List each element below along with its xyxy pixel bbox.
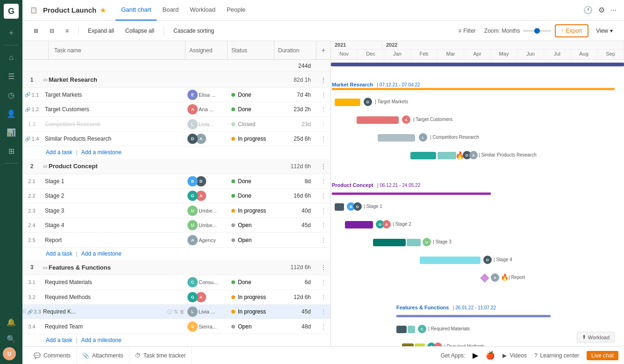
bar-2-3b[interactable] — [407, 239, 421, 246]
collapse-all-btn[interactable]: Collapse all — [122, 26, 158, 36]
month-apr: Apr — [464, 50, 491, 59]
add-milestone-link-2[interactable]: Add a milestone — [81, 250, 122, 257]
task-more-1-4[interactable]: ⋮ — [316, 135, 330, 143]
table-view-btn[interactable]: ⊞ — [30, 26, 42, 36]
status-dot-3-1 — [231, 280, 235, 284]
history-icon[interactable]: 🕐 — [583, 6, 593, 14]
bar-2-2[interactable] — [345, 221, 373, 228]
expand-all-btn[interactable]: Expand all — [84, 26, 118, 36]
bar-3-1b[interactable] — [408, 326, 415, 333]
task-num-2-5: 2.5 — [22, 237, 41, 243]
project-title: Product Launch ★ — [43, 6, 106, 14]
sidebar-grid-icon[interactable]: ⊞ — [3, 143, 20, 159]
sidebar-list-icon[interactable]: ☰ — [3, 68, 20, 85]
bar-2-1a[interactable] — [335, 203, 344, 211]
sidebar-person-icon[interactable]: 👤 — [3, 105, 20, 122]
task-more-2-1[interactable]: ⋮ — [316, 178, 330, 185]
features-label-area: Features & Functions | 26.01.22 - 11.07.… — [396, 303, 496, 311]
zoom-slider[interactable] — [523, 30, 551, 32]
add-task-link-2[interactable]: Add a task — [46, 250, 72, 257]
bar-3-2b[interactable] — [415, 343, 425, 346]
group-more-1[interactable]: ⋮ — [316, 76, 330, 84]
add-milestone-link-3[interactable]: Add a milestone — [81, 337, 122, 343]
sidebar-search-icon[interactable]: 🔍 — [3, 330, 20, 347]
task-row-3-3: ⠿ 🔗 3.3 Required K... ⓘ ⇅ 🗑 L Livia ... … — [22, 305, 330, 319]
bar-1-1[interactable] — [335, 99, 360, 106]
task-more-3-3[interactable]: ⋮ — [316, 308, 330, 315]
task-more-1-2[interactable]: ⋮ — [316, 106, 330, 113]
bar-1-4b[interactable] — [438, 152, 456, 159]
task-more-1-3[interactable]: ⋮ — [316, 121, 330, 128]
group-toggle-2[interactable]: ▭ — [41, 163, 49, 170]
get-apps-label: Get Apps: — [441, 352, 466, 359]
month-sep: Sep — [597, 50, 624, 59]
task-more-2-4[interactable]: ⋮ — [316, 221, 330, 229]
group-toggle-1[interactable]: ▭ — [41, 76, 49, 84]
sidebar-add[interactable]: ＋ — [3, 24, 20, 41]
export-btn[interactable]: ↑ Export — [555, 24, 589, 37]
apple-store-icon[interactable]: 🍎 — [486, 351, 495, 360]
live-chat-btn[interactable]: Live chat — [587, 351, 618, 360]
bar-1-2[interactable] — [357, 116, 399, 124]
task-status-2-1: Done — [228, 178, 274, 185]
view-btn[interactable]: View ▾ — [592, 26, 617, 36]
play-store-icon[interactable]: ▶ — [473, 351, 478, 360]
tab-gantt-chart[interactable]: Gantt chart — [115, 0, 157, 21]
sidebar-home-icon[interactable]: ⌂ — [3, 49, 20, 66]
bar-2-4[interactable] — [420, 257, 481, 264]
col-add-btn[interactable]: + — [316, 41, 330, 59]
group-more-3[interactable]: ⋮ — [316, 264, 330, 271]
tab-board[interactable]: Board — [157, 0, 184, 21]
more-icon[interactable]: ··· — [610, 6, 617, 14]
cascade-sorting-btn[interactable]: Cascade sorting — [170, 26, 218, 36]
bar-3-2a[interactable] — [402, 343, 414, 346]
task-more-2-5[interactable]: ⋮ — [316, 236, 330, 244]
zoom-control[interactable]: Zoom: Months — [484, 28, 551, 34]
task-time-btn[interactable]: ⏱ Task time tracker — [129, 347, 192, 364]
delete-icon-3-3[interactable]: 🗑 — [179, 309, 185, 314]
group-more-2[interactable]: ⋮ — [316, 163, 330, 170]
add-row-3: Add a task | Add a milestone — [22, 334, 330, 346]
task-more-3-1[interactable]: ⋮ — [316, 278, 330, 286]
workload-button[interactable]: ⬆ Workload — [577, 332, 615, 343]
task-more-2-2[interactable]: ⋮ — [316, 192, 330, 200]
col-header-task: Task name — [49, 41, 186, 59]
bar-1-3[interactable] — [378, 134, 415, 142]
task-more-3-2[interactable]: ⋮ — [316, 293, 330, 301]
calendar-view-btn[interactable]: ⊟ — [46, 26, 58, 36]
topnav-right: 🕐 ⚙ ··· — [583, 6, 617, 14]
filter-icon: ≡ — [458, 28, 461, 34]
tab-workload[interactable]: Workload — [184, 0, 221, 21]
videos-btn[interactable]: ▶ Videos — [502, 352, 526, 359]
filter-btn[interactable]: ≡ Filter — [453, 26, 481, 36]
task-more-2-3[interactable]: ⋮ — [316, 207, 330, 214]
bar-1-4a[interactable] — [410, 152, 436, 159]
favorite-star-icon[interactable]: ★ — [100, 7, 106, 14]
attachments-btn[interactable]: 📎 Attachments — [77, 347, 129, 364]
group-toggle-3[interactable]: ▭ — [41, 264, 49, 271]
info-icon-3-3[interactable]: ⓘ — [167, 308, 172, 315]
tab-people[interactable]: People — [221, 0, 251, 21]
comments-btn[interactable]: 💬 Comments — [28, 347, 77, 364]
add-task-link-3[interactable]: Add a task — [46, 337, 72, 343]
year-2022: 2022 — [382, 41, 624, 49]
drag-handle-icon[interactable]: ⠿ — [22, 309, 26, 315]
add-milestone-link-1[interactable]: Add a milestone — [81, 149, 122, 156]
timeline-months: Nov Dec Jan Feb Mar Apr May Jun Jul Aug … — [331, 50, 624, 59]
status-dot-2-1 — [231, 179, 235, 183]
group-duration-2: 112d 6h — [274, 163, 316, 170]
task-more-1-1[interactable]: ⋮ — [316, 91, 330, 99]
app-logo[interactable]: G — [4, 4, 19, 19]
user-avatar[interactable]: U — [3, 347, 16, 360]
sidebar-chart-icon[interactable]: 📊 — [3, 124, 20, 141]
bar-2-3a[interactable] — [373, 239, 406, 246]
add-task-link-1[interactable]: Add a task — [46, 149, 72, 156]
task-more-3-4[interactable]: ⋮ — [316, 323, 330, 330]
sort-icon-3-3[interactable]: ⇅ — [174, 309, 178, 315]
list-view-btn[interactable]: ≡ — [62, 26, 72, 36]
sidebar-bell-icon[interactable]: 🔔 — [3, 314, 20, 330]
settings-icon[interactable]: ⚙ — [598, 6, 605, 14]
learning-center-btn[interactable]: ? Learning center — [534, 352, 579, 359]
bar-3-1a[interactable] — [396, 326, 407, 333]
sidebar-clock-icon[interactable]: ◷ — [3, 86, 20, 103]
